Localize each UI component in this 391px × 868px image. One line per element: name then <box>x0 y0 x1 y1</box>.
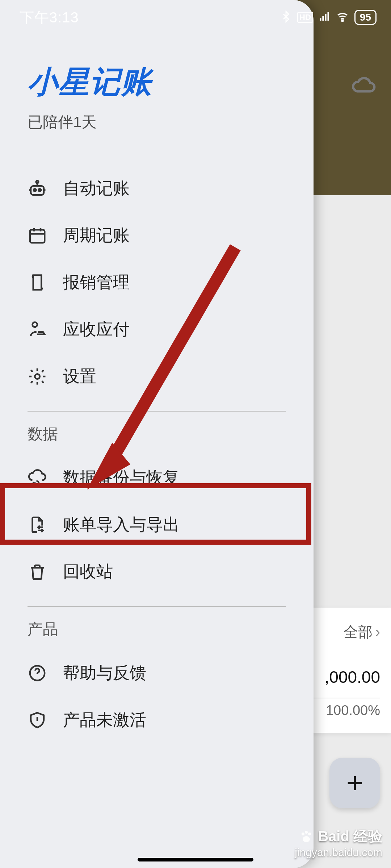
percent-value: 100.00% <box>308 698 380 718</box>
menu-item-product-inactive[interactable]: 产品未激活 <box>28 697 286 744</box>
menu-label: 回收站 <box>63 561 113 583</box>
trash-icon <box>28 562 47 582</box>
menu-label: 应收应付 <box>63 318 130 341</box>
svg-point-5 <box>33 322 38 327</box>
svg-point-13 <box>308 832 311 835</box>
menu-item-auto-record[interactable]: 自动记账 <box>28 165 286 212</box>
svg-point-12 <box>305 831 308 834</box>
calendar-icon <box>28 226 47 245</box>
menu-item-reimbursement[interactable]: 报销管理 <box>28 259 286 306</box>
filter-label: 全部 <box>344 622 373 642</box>
menu-label: 产品未激活 <box>63 709 146 731</box>
menu-label: 报销管理 <box>63 271 130 294</box>
menu-item-settings[interactable]: 设置 <box>28 353 286 400</box>
paw-icon <box>298 829 314 844</box>
help-icon <box>28 663 47 683</box>
amount-value: ,000.00 <box>308 667 380 687</box>
hand-coin-icon <box>28 320 47 339</box>
menu-label: 数据备份与恢复 <box>63 467 180 489</box>
divider <box>28 606 286 607</box>
shield-alert-icon <box>28 710 47 730</box>
gear-icon <box>28 367 47 386</box>
menu-product: 帮助与反馈 产品未激活 <box>28 650 286 744</box>
svg-point-2 <box>38 189 41 191</box>
menu-label: 账单导入与导出 <box>63 514 180 536</box>
watermark-brand: Baid 经验 <box>318 826 382 846</box>
section-data-label: 数据 <box>28 424 286 444</box>
screen-root: 全部 › ,000.00 100.00% + 小星记账 已陪伴1天 自动记账 周… <box>0 0 391 868</box>
svg-point-14 <box>303 836 310 842</box>
add-record-fab[interactable]: + <box>329 758 380 808</box>
companion-days: 已陪伴1天 <box>28 112 286 132</box>
menu-item-receivable-payable[interactable]: 应收应付 <box>28 306 286 353</box>
file-swap-icon <box>28 515 47 535</box>
chevron-right-icon: › <box>375 624 380 640</box>
menu-main: 自动记账 周期记账 报销管理 应收应付 设置 <box>28 165 286 400</box>
menu-data: 数据备份与恢复 账单导入与导出 回收站 <box>28 454 286 595</box>
menu-label: 设置 <box>63 365 96 388</box>
robot-icon <box>28 179 47 198</box>
section-product-label: 产品 <box>28 619 286 639</box>
plus-icon: + <box>346 766 363 800</box>
cloud-sync-button[interactable] <box>351 72 377 94</box>
watermark: Baid 经验 jingyan.baidu.com <box>295 826 382 859</box>
menu-item-import-export[interactable]: 账单导入与导出 <box>28 501 286 548</box>
svg-rect-0 <box>31 186 44 195</box>
menu-item-help-feedback[interactable]: 帮助与反馈 <box>28 650 286 697</box>
divider <box>28 411 286 412</box>
app-title: 小星记账 <box>28 61 286 103</box>
svg-point-1 <box>34 189 36 191</box>
svg-point-3 <box>36 181 39 183</box>
filter-all[interactable]: 全部 › <box>308 622 380 642</box>
receipt-icon <box>28 273 47 292</box>
home-indicator[interactable] <box>138 858 253 861</box>
watermark-url: jingyan.baidu.com <box>295 846 382 859</box>
menu-label: 帮助与反馈 <box>63 662 146 684</box>
svg-point-11 <box>302 832 304 835</box>
menu-label: 自动记账 <box>63 177 130 200</box>
svg-rect-4 <box>30 230 45 243</box>
svg-point-6 <box>35 374 40 379</box>
menu-item-recycle-bin[interactable]: 回收站 <box>28 548 286 595</box>
side-drawer: 小星记账 已陪伴1天 自动记账 周期记账 报销管理 应收应付 <box>0 0 314 868</box>
cloud-sync-icon <box>28 468 47 488</box>
menu-item-cycle-record[interactable]: 周期记账 <box>28 212 286 259</box>
menu-item-backup-restore[interactable]: 数据备份与恢复 <box>28 454 286 501</box>
menu-label: 周期记账 <box>63 224 130 247</box>
